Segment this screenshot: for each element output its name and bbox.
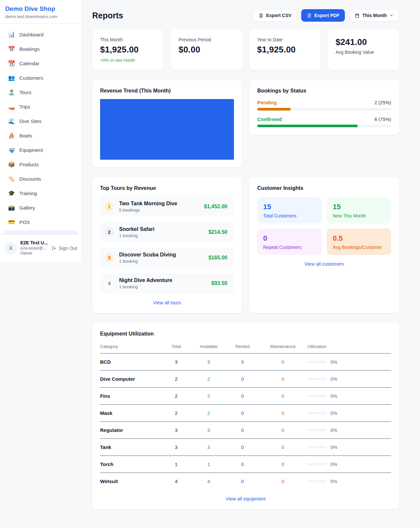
sidebar-item-pos[interactable]: 💳 POS <box>4 216 78 229</box>
sidebar-item-tours[interactable]: 🏝️ Tours <box>4 86 78 99</box>
customers-icon: 👥 <box>8 74 15 81</box>
tile-value: 0.5 <box>333 234 385 243</box>
customer-insights-card: Customer Insights 15 Total Customers 15 … <box>249 177 399 313</box>
cell-category: BCD <box>100 359 162 365</box>
calendar-icon <box>355 13 360 18</box>
sidebar-item-products[interactable]: 📦 Products <box>4 158 78 171</box>
header-actions: Export CSV Export PDF This Month <box>253 9 399 22</box>
cell-utilization: 0% <box>330 445 337 450</box>
user-role: Owner <box>20 251 48 256</box>
tile-value: 15 <box>333 203 385 211</box>
utilization-bar <box>307 463 326 465</box>
equipment-utilization-card: Equipment Utilization Category Total Ava… <box>92 323 399 509</box>
bookings-by-status-title: Bookings by Status <box>257 88 391 94</box>
speedboat-icon: 🚤 <box>8 103 15 110</box>
status-row-confirmed: Confirmed 6 (75%) <box>257 116 391 127</box>
cell-category: Torch <box>100 461 162 467</box>
cell-total: 3 <box>162 427 191 433</box>
col-category: Category <box>100 344 162 349</box>
view-all-tours-link[interactable]: View all tours <box>100 300 234 305</box>
utilization-bar <box>307 395 326 397</box>
rank-badge: 3 <box>105 253 114 262</box>
tour-name: Snorkel Safari <box>119 226 203 232</box>
utilization-bar <box>307 378 326 380</box>
sidebar-item-calendar[interactable]: 📆 Calendar <box>4 57 78 70</box>
sidebar-nav: 📊 Dashboard 📅 Bookings 📆 Calendar 👥 Cust… <box>0 24 82 234</box>
col-available: Available <box>191 344 227 349</box>
sidebar-item-selected-clipped[interactable] <box>4 230 78 234</box>
sidebar-item-gallery[interactable]: 📸 Gallery <box>4 201 78 214</box>
user-name: E2E Test U... <box>20 240 48 246</box>
tour-row: 2 Snorkel Safari 1 booking $214.50 <box>100 222 234 242</box>
sidebar-item-bookings[interactable]: 📅 Bookings <box>4 43 78 55</box>
insight-grid: 15 Total Customers 15 New This Month 0 R… <box>257 197 391 255</box>
utilization-bar <box>307 480 326 482</box>
sidebar-item-trips[interactable]: 🚤 Trips <box>4 100 78 113</box>
tour-bookings: 1 booking <box>119 259 203 264</box>
cell-category: Mask <box>100 410 162 416</box>
bookings-by-status-card: Bookings by Status Pending 2 (25%) Confi… <box>249 80 399 135</box>
col-rented: Rented <box>227 344 258 349</box>
export-csv-button[interactable]: Export CSV <box>253 9 297 22</box>
customer-insights-title: Customer Insights <box>257 185 391 191</box>
sidebar-item-training[interactable]: 🎓 Training <box>4 187 78 200</box>
cell-maintenance: 0 <box>258 359 307 365</box>
stat-delta: +0% vs last month <box>100 58 156 63</box>
cell-total: 4 <box>162 478 191 484</box>
export-pdf-label: Export PDF <box>314 13 339 18</box>
utilization-bar <box>307 429 326 431</box>
cell-rented: 0 <box>227 410 258 416</box>
tour-revenue: $1,452.00 <box>204 204 227 210</box>
cell-available: 2 <box>191 393 227 399</box>
col-utilization: Utilization <box>307 344 391 349</box>
tour-name: Night Dive Adventure <box>119 277 206 283</box>
view-all-equipment-link[interactable]: View all equipment <box>100 496 391 501</box>
cell-maintenance: 0 <box>258 478 307 484</box>
status-label: Confirmed <box>257 116 282 122</box>
tour-revenue: $165.00 <box>208 255 227 261</box>
sidebar-item-label: Bookings <box>19 46 40 52</box>
sidebar-item-equipment[interactable]: 🤿 Equipment <box>4 144 78 156</box>
sidebar-item-label: Products <box>19 162 39 167</box>
rank-badge: 1 <box>105 202 114 211</box>
cell-available: 4 <box>191 478 227 484</box>
cell-available: 2 <box>191 410 227 416</box>
period-label: This Month <box>362 13 387 18</box>
cell-total: 3 <box>162 444 191 450</box>
tile-value: 15 <box>263 203 316 211</box>
sidebar-item-customers[interactable]: 👥 Customers <box>4 71 78 84</box>
status-row-pending: Pending 2 (25%) <box>257 100 391 111</box>
camera-icon: 📸 <box>8 204 15 211</box>
tour-name: Two Tank Morning Dive <box>119 201 199 207</box>
sidebar-item-dive-sites[interactable]: 🌊 Dive Sites <box>4 115 78 128</box>
export-pdf-button[interactable]: Export PDF <box>301 9 345 22</box>
cell-available: 2 <box>191 376 227 382</box>
tour-row: 3 Discover Scuba Diving 1 booking $165.0… <box>100 248 234 268</box>
main-content: Reports Export CSV Export PDF This Month <box>82 0 420 522</box>
cell-rented: 0 <box>227 444 258 450</box>
sidebar-item-label: Tours <box>19 90 32 95</box>
sidebar-item-label: Dashboard <box>19 32 43 37</box>
sidebar-item-label: Dive Sites <box>19 118 42 124</box>
table-row: Wetsuit 4 4 0 0 0% <box>100 473 391 490</box>
stat-value: $1,925.00 <box>257 45 313 55</box>
page-header: Reports Export CSV Export PDF This Month <box>92 9 399 22</box>
utilization-bar <box>307 412 326 414</box>
cell-rented: 0 <box>227 359 258 365</box>
cell-rented: 0 <box>227 461 258 467</box>
sign-out-button[interactable]: Sign Out <box>52 246 77 251</box>
cell-total: 2 <box>162 376 191 382</box>
cell-rented: 0 <box>227 427 258 433</box>
table-row: Dive Computer 2 2 0 0 0% <box>100 371 391 388</box>
equipment-utilization-title: Equipment Utilization <box>100 331 391 337</box>
tour-bookings: 1 booking <box>119 284 206 289</box>
view-all-customers-link[interactable]: View all customers <box>257 261 391 267</box>
sidebar-item-dashboard[interactable]: 📊 Dashboard <box>4 28 78 41</box>
period-dropdown[interactable]: This Month <box>349 9 399 22</box>
person-icon <box>8 245 14 251</box>
sidebar-item-boats[interactable]: ⛵ Boats <box>4 129 78 142</box>
equipment-table: Category Total Available Rented Maintena… <box>100 341 391 490</box>
stat-label: Previous Period <box>178 37 234 42</box>
sidebar-item-discounts[interactable]: 🏷️ Discounts <box>4 173 78 185</box>
utilization-bar <box>307 361 326 363</box>
